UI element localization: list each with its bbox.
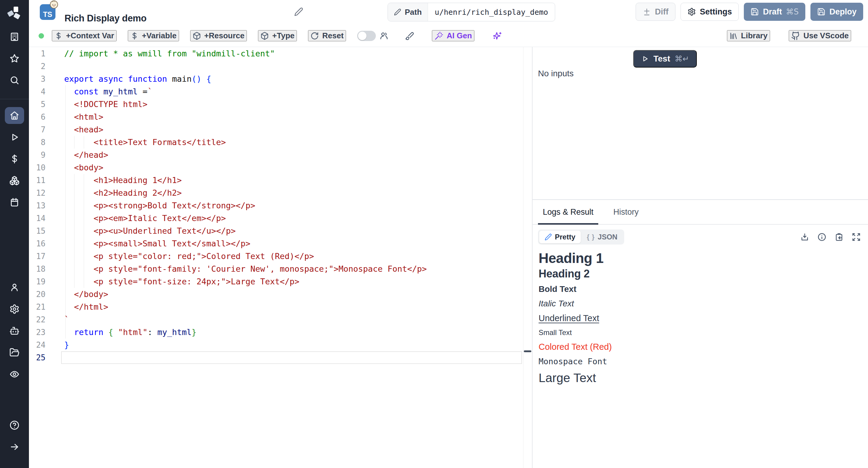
code-line[interactable]: 8 <title>Text Formats</title> — [29, 136, 523, 149]
path-field[interactable]: Path u/henri/rich_display_demo — [388, 3, 555, 21]
sidebar-item-search[interactable] — [5, 69, 24, 91]
sidebar-item-calendar[interactable] — [5, 192, 24, 213]
code-line[interactable]: 5 <!DOCTYPE html> — [29, 98, 523, 111]
sidebar-item-play[interactable] — [5, 126, 24, 148]
help-icon — [9, 420, 20, 430]
sidebar-item-eye[interactable] — [5, 363, 24, 385]
add-type-button[interactable]: +Type — [258, 30, 297, 41]
draft-label: Draft — [763, 7, 782, 17]
line-number: 17 — [29, 250, 45, 263]
line-number: 19 — [29, 275, 45, 288]
line-number: 8 — [29, 136, 45, 149]
ai-suggest-button[interactable] — [493, 31, 502, 40]
sidebar-item-gear[interactable] — [5, 298, 24, 320]
code-line[interactable]: 7 <head> — [29, 123, 523, 136]
code-line[interactable]: 12 <h2>Heading 2</h2> — [29, 187, 523, 199]
code-line[interactable]: 10 <body> — [29, 161, 523, 174]
sidebar-item-user[interactable] — [5, 276, 24, 298]
tab-history[interactable]: History — [612, 200, 640, 224]
code-line[interactable]: 21 </html> — [29, 301, 523, 313]
sidebar-item-star[interactable] — [5, 48, 24, 69]
windmill-logo-icon[interactable] — [0, 0, 29, 26]
sidebar-item-folder[interactable] — [5, 342, 24, 363]
line-number: 9 — [29, 149, 45, 161]
library-button[interactable]: Library — [727, 30, 770, 41]
sidebar-item-boxes[interactable] — [5, 170, 24, 192]
line-number: 24 — [29, 339, 45, 351]
add-context-var-button[interactable]: +Context Var — [52, 30, 117, 41]
diff-button[interactable]: Diff — [636, 3, 675, 21]
eye-icon — [9, 369, 20, 379]
add-variable-button[interactable]: +Variable — [128, 30, 179, 41]
code-line[interactable]: 6 <html> — [29, 111, 523, 123]
sidebar-item-help[interactable] — [5, 414, 24, 436]
code-line[interactable]: 1// import * as wmill from "windmill-cli… — [29, 47, 523, 60]
format-button[interactable] — [405, 31, 414, 40]
add-resource-button[interactable]: +Resource — [190, 30, 247, 41]
code-line[interactable]: 13 <p><strong>Bold Text</strong></p> — [29, 199, 523, 212]
code-text: ` — [64, 313, 69, 326]
library-label: Library — [741, 31, 768, 40]
play-icon — [9, 132, 20, 142]
clipboard-copy-icon[interactable] — [835, 233, 844, 241]
ai-gen-button[interactable]: AI Gen — [432, 30, 474, 41]
sidebar-item-dollar[interactable] — [5, 148, 24, 170]
reset-button[interactable]: Reset — [308, 30, 346, 41]
dollar-icon — [54, 32, 63, 40]
download-icon[interactable] — [800, 233, 809, 241]
code-line[interactable]: 18 <p style="font-family: 'Courier New',… — [29, 263, 523, 275]
code-line[interactable]: 15 <p><u>Underlined Text</u></p> — [29, 225, 523, 237]
result-actions — [800, 233, 861, 241]
code-line[interactable]: 16 <p><small>Small Text</small></p> — [29, 237, 523, 250]
draft-button[interactable]: Draft ⌘S — [744, 3, 805, 21]
result-heading-2: Heading 2 — [538, 267, 859, 280]
deploy-button[interactable]: Deploy — [810, 3, 863, 21]
code-line[interactable]: 17 <p style="color: red;">Colored Text (… — [29, 250, 523, 263]
info-icon[interactable] — [817, 233, 827, 241]
line-number: 3 — [29, 73, 45, 85]
expand-icon[interactable] — [852, 233, 861, 241]
code-editor[interactable]: 1// import * as wmill from "windmill-cli… — [29, 47, 524, 468]
line-number: 25 — [29, 351, 45, 364]
tab-logs-result[interactable]: Logs & Result — [541, 200, 595, 224]
test-button[interactable]: Test ⌘↵ — [633, 50, 697, 67]
code-line[interactable]: 20 </body> — [29, 288, 523, 301]
sidebar-item-arrow-right[interactable] — [5, 436, 24, 458]
code-line[interactable]: 11 <h1>Heading 1</h1> — [29, 174, 523, 187]
code-line[interactable]: 3export async function main() { — [29, 73, 523, 85]
line-number: 14 — [29, 212, 45, 225]
code-line[interactable]: 9 </head> — [29, 149, 523, 161]
collab-toggle[interactable] — [357, 31, 376, 41]
dollar-icon — [130, 32, 138, 40]
code-line[interactable]: 19 <p style="font-size: 24px;">Large Tex… — [29, 275, 523, 288]
multiplayer-button[interactable] — [379, 31, 389, 40]
code-line[interactable]: 24} — [29, 339, 523, 351]
building-icon — [9, 32, 20, 42]
path-value[interactable]: u/henri/rich_display_demo — [428, 3, 555, 21]
settings-button[interactable]: Settings — [681, 3, 739, 21]
splitter-drag-handle[interactable] — [524, 350, 531, 352]
search-icon — [9, 75, 20, 85]
code-line[interactable]: 22` — [29, 313, 523, 326]
tabs-row: Logs & Result History — [532, 200, 868, 225]
edit-title-pencil-icon[interactable] — [294, 7, 303, 16]
users-icon — [379, 31, 389, 40]
sidebar-item-building[interactable] — [5, 26, 24, 48]
sidebar-item-home[interactable] — [5, 107, 24, 124]
code-line[interactable]: 25 — [29, 351, 523, 364]
code-text: <p style="font-family: 'Courier New', mo… — [64, 263, 427, 275]
json-tab[interactable]: { } JSON — [581, 231, 623, 243]
result-italic-text: Italic Text — [538, 299, 859, 309]
sidebar-item-bot[interactable] — [5, 320, 24, 342]
code-text: <html> — [64, 111, 103, 123]
pretty-tab[interactable]: Pretty — [539, 231, 581, 243]
user-icon — [9, 282, 20, 293]
code-line[interactable]: 4 const my_html =` — [29, 85, 523, 98]
code-line[interactable]: 23 return { "html": my_html} — [29, 326, 523, 339]
panel-splitter[interactable] — [524, 47, 532, 468]
code-line[interactable]: 14 <p><em>Italic Text</em></p> — [29, 212, 523, 225]
calendar-icon — [9, 197, 20, 207]
line-number: 6 — [29, 111, 45, 123]
code-line[interactable]: 2 — [29, 60, 523, 73]
use-vscode-button[interactable]: Use VScode — [789, 30, 851, 41]
